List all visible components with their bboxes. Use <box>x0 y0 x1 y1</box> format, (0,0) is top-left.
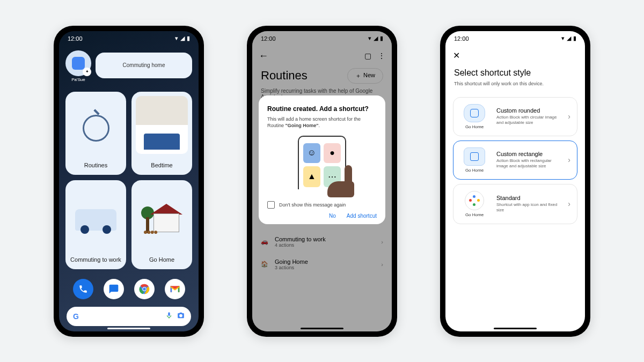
phone-app-icon[interactable] <box>73 279 93 299</box>
signal-icon: ◢ <box>180 35 185 42</box>
page-subtitle: This shortcut will only work on this dev… <box>445 79 585 93</box>
home-top-row: ✦ Pa'Sue Commuting home <box>59 46 199 86</box>
style-title: Custom rounded <box>496 107 560 114</box>
style-desc: Shortcut with app icon and fixed size <box>496 202 560 213</box>
wifi-icon: ▾ <box>561 35 565 42</box>
assistant-badge-icon: ✦ <box>83 68 91 76</box>
chevron-right-icon: › <box>568 200 570 208</box>
svg-point-2 <box>143 287 146 291</box>
style-preview: Go Home <box>460 104 489 129</box>
screen: 12:00 ▾ ◢ ▮ ✕ Select shortcut style This… <box>445 31 585 331</box>
add-shortcut-button[interactable]: Add shortcut <box>347 213 377 219</box>
style-preview: Go Home <box>460 147 489 173</box>
phone-home-screen: 12:00 ▾ ◢ ▮ ✦ Pa'Sue Commuting home <box>54 26 204 337</box>
car-icon <box>70 187 122 253</box>
status-icons: ▾ ◢ ▮ <box>175 35 190 42</box>
battery-icon: ▮ <box>187 35 190 42</box>
folder-container: ✦ Pa'Sue <box>65 50 91 82</box>
style-desc: Action Block with circular image and adj… <box>496 115 560 126</box>
dialog-text: This will add a home screen shortcut for… <box>267 116 377 129</box>
screen: ← ▢ ⋮ Routines ＋ New Simplify recurring … <box>252 31 392 331</box>
preview-shape-rectangle-icon <box>464 147 485 166</box>
google-logo-icon: G <box>73 312 79 321</box>
mic-icon[interactable] <box>165 312 173 321</box>
status-bar: 12:00 ▾ ◢ ▮ <box>59 31 199 46</box>
bedtime-widget[interactable]: Bedtime <box>131 92 192 175</box>
style-option-custom-rectangle[interactable]: Go Home Custom rectangle Action Block wi… <box>453 141 577 180</box>
folder-label: Pa'Sue <box>65 77 91 82</box>
commuting-home-label: Commuting home <box>123 62 165 68</box>
camera-icon[interactable] <box>177 312 185 321</box>
dialog-actions: No Add shortcut <box>267 213 377 219</box>
preview-label: Go Home <box>465 212 484 217</box>
dont-show-checkbox-row[interactable]: Don't show this message again <box>267 201 377 209</box>
phone-select-style: 12:00 ▾ ◢ ▮ ✕ Select shortcut style This… <box>440 26 590 337</box>
checkbox-label: Don't show this message again <box>279 202 346 208</box>
home-indicator[interactable] <box>107 328 150 329</box>
checkbox-icon[interactable] <box>267 201 275 209</box>
routines-icon <box>70 98 122 159</box>
dialog-title: Routine created. Add a shortcut? <box>267 105 377 113</box>
page-title: Select shortcut style <box>445 65 585 79</box>
preview-shape-rounded-icon <box>464 104 485 122</box>
wifi-icon: ▾ <box>175 35 178 42</box>
preview-label: Go Home <box>465 168 484 173</box>
go-home-label: Go Home <box>149 256 174 263</box>
select-style-header: ✕ <box>445 46 585 65</box>
status-icons: ▾ ◢ ▮ <box>561 35 576 42</box>
preview-label: Go Home <box>465 124 484 129</box>
no-button[interactable]: No <box>329 213 336 219</box>
dock <box>59 275 199 304</box>
search-bar[interactable]: G <box>67 307 191 326</box>
chevron-right-icon: › <box>568 112 570 121</box>
chrome-app-icon[interactable] <box>134 279 155 299</box>
battery-icon: ▮ <box>573 35 576 42</box>
preview-shape-circle-icon <box>465 191 484 210</box>
go-home-widget[interactable]: ●●●● Go Home <box>131 180 192 269</box>
style-title: Custom rectangle <box>496 151 560 157</box>
folder-icon[interactable]: ✦ <box>65 50 91 76</box>
signal-icon: ◢ <box>567 35 571 42</box>
screen: 12:00 ▾ ◢ ▮ ✦ Pa'Sue Commuting home <box>59 31 199 331</box>
status-time: 12:00 <box>68 35 83 42</box>
commuting-to-work-label: Commuting to work <box>70 256 121 263</box>
widget-grid: Routines Bedtime Commuting to work ●●●● <box>59 86 199 275</box>
status-time: 12:00 <box>454 35 469 42</box>
bedtime-image <box>136 96 188 154</box>
gmail-app-icon[interactable] <box>165 279 185 299</box>
commuting-to-work-widget[interactable]: Commuting to work <box>65 180 126 269</box>
style-option-custom-rounded[interactable]: Go Home Custom rounded Action Block with… <box>453 97 577 136</box>
style-option-standard[interactable]: Go Home Standard Shortcut with app icon … <box>453 184 577 224</box>
house-icon: ●●●● <box>136 187 188 253</box>
bedtime-label: Bedtime <box>151 162 172 168</box>
phone-routines-dialog: ← ▢ ⋮ Routines ＋ New Simplify recurring … <box>247 26 397 337</box>
style-preview: Go Home <box>460 191 489 217</box>
commuting-home-widget[interactable]: Commuting home <box>96 53 192 78</box>
style-desc: Action Block with rectangular image and … <box>496 158 560 169</box>
close-icon[interactable]: ✕ <box>453 50 460 61</box>
style-title: Standard <box>496 195 560 201</box>
routines-widget[interactable]: Routines <box>65 92 126 175</box>
dialog-illustration: ☺ ● ▲ ⋯ <box>284 136 360 195</box>
assistant-icon <box>469 195 480 206</box>
home-indicator[interactable] <box>494 328 537 329</box>
chevron-right-icon: › <box>568 156 570 164</box>
messages-app-icon[interactable] <box>104 279 124 299</box>
routines-label: Routines <box>84 162 107 168</box>
status-bar: 12:00 ▾ ◢ ▮ <box>445 31 585 46</box>
add-shortcut-dialog: Routine created. Add a shortcut? This wi… <box>259 95 385 224</box>
folder-app-icon <box>72 57 85 70</box>
